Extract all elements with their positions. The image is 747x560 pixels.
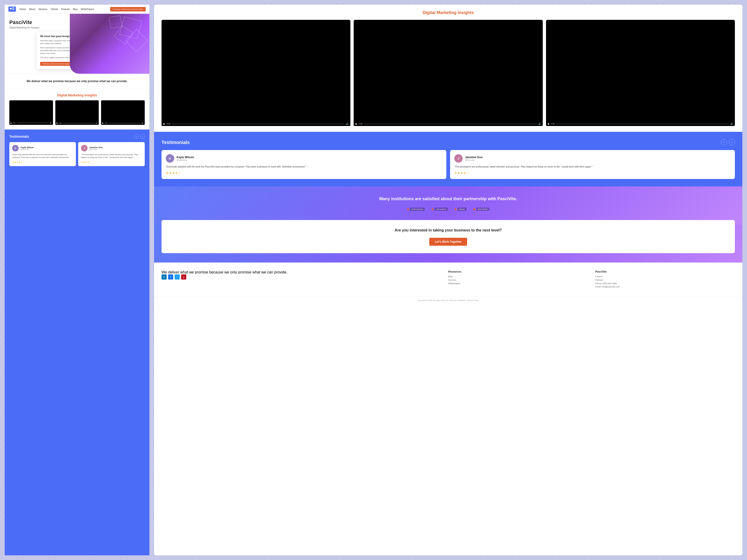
- footer-pascivite-title: PasciVite: [595, 270, 735, 273]
- time-3: 0:00: [105, 123, 107, 124]
- social-facebook[interactable]: f: [168, 274, 173, 279]
- decorative-shape-3: [109, 15, 122, 29]
- footer-bottom: PasciVite © 2020. All rights reserved. T…: [154, 296, 742, 304]
- hero-background: [70, 14, 149, 74]
- play-icon-1[interactable]: ▶: [10, 122, 12, 124]
- footer-resources-col: Resources Blog Services WhitePapers: [448, 270, 588, 289]
- social-twitter[interactable]: t: [175, 274, 180, 279]
- nav-blog[interactable]: Blog: [73, 8, 77, 10]
- testimonial-text-2-left: "The developers are professional, detail…: [81, 153, 142, 159]
- social-linkedin[interactable]: in: [161, 274, 167, 279]
- reviewer-1-left: K Kayla Wilson @kbelinsky: [12, 145, 73, 152]
- copyright-text: PasciVite © 2020. All rights reserved. T…: [418, 299, 478, 301]
- testimonial-card-1-left: K Kayla Wilson @kbelinsky "Extremely sat…: [9, 142, 76, 166]
- video-1-controls: ▶ 0:00 🔊: [9, 121, 53, 125]
- testimonials-header-right: Testimonials ‹ ›: [161, 139, 735, 145]
- footer-link-whitepapers[interactable]: WhitePapers: [448, 282, 588, 285]
- insights-title-right: Digital Marketing Insights: [161, 10, 735, 15]
- time-1: 0:00: [13, 122, 16, 124]
- progress-r3: [556, 124, 729, 124]
- volume-icon-r3[interactable]: 🔊: [730, 123, 733, 125]
- marker-2: Latin partner: [432, 208, 448, 211]
- prev-testimonial-left[interactable]: ‹: [134, 134, 139, 139]
- insights-title-left: Digital Marketing Insights: [9, 93, 145, 97]
- video-1-left[interactable]: ▶ 0:00 🔊: [9, 100, 53, 125]
- nav-home[interactable]: Home: [20, 8, 26, 10]
- avatar-jasmine-right: J: [454, 154, 463, 163]
- play-icon-2[interactable]: ▶: [56, 122, 58, 124]
- prev-testimonial-right[interactable]: ‹: [721, 139, 727, 145]
- time-r1: 0:00: [167, 123, 171, 125]
- map-heading-right: Many institutions are satisfied about th…: [161, 196, 735, 202]
- video-3-left[interactable]: ▶ 0:00 🔊: [101, 100, 145, 125]
- footer-phone: Phone: (650) 656-3094: [595, 282, 735, 285]
- reviewer-info-1-left: Kayla Wilson @kbelinsky: [21, 146, 34, 150]
- video-grid-left: ▶ 0:00 🔊 ▶ 0:00 🔊 ▶ 0:00: [9, 100, 145, 125]
- volume-icon-r2[interactable]: 🔊: [538, 123, 541, 125]
- footer-link-careers[interactable]: Careers: [595, 275, 735, 278]
- time-r2: 0:00: [359, 123, 363, 125]
- video-3-right[interactable]: ▶ 0:00 🔊: [546, 20, 735, 126]
- nav-whitepapers[interactable]: WhitePapers: [81, 8, 94, 10]
- hero-cta-button[interactable]: Schedule a Discovery Session today!: [40, 62, 72, 66]
- hero-shapes: [70, 14, 149, 74]
- video-2-left[interactable]: ▶ 0:00 🔊: [55, 100, 99, 125]
- testimonials-title-left: Testimonials: [9, 135, 29, 138]
- footer-link-services[interactable]: Services: [448, 279, 588, 281]
- promise-text: We deliver what we promise because we on…: [9, 80, 145, 83]
- footer-about-col: We deliver what we promise because we on…: [161, 270, 441, 289]
- logo[interactable]: [8, 6, 16, 12]
- footer-link-podcast[interactable]: Podcast: [595, 279, 735, 281]
- video-2-controls-right: ▶ 0:00 🔊: [354, 122, 542, 126]
- svg-rect-1: [12, 7, 15, 8]
- marker-label-2: Latin partner: [434, 208, 448, 211]
- hero-subtitle: Digital Marketing for Humans: [9, 26, 70, 29]
- testimonial-card-1-right: K Kayla Wilson @kbelinsky "Extremely sat…: [161, 150, 446, 179]
- nav-podcast[interactable]: Podcast: [61, 8, 70, 10]
- reviewer-role-1-left: @kbelinsky: [21, 149, 34, 150]
- next-testimonial-left[interactable]: ›: [140, 134, 145, 139]
- social-icons: in f t p: [161, 274, 441, 279]
- reviewer-info-2-left: Jasmine Guo @hua.yan: [89, 146, 103, 150]
- footer: We deliver what we promise because we on…: [154, 263, 742, 296]
- progress-3: [108, 123, 140, 124]
- volume-icon-3[interactable]: 🔊: [141, 122, 144, 124]
- time-2: 0:00: [59, 123, 61, 124]
- social-pinterest[interactable]: p: [181, 274, 186, 279]
- play-icon-r3[interactable]: ▶: [548, 123, 550, 125]
- cta-button-right[interactable]: Let's Work Together: [429, 238, 467, 246]
- testimonials-section-right: Testimonials ‹ › K Kayla Wilson @kbelins…: [154, 132, 742, 186]
- next-testimonial-right[interactable]: ›: [729, 139, 735, 145]
- reviewer-name-1-left: Kayla Wilson: [21, 146, 34, 149]
- marker-label-1: North America: [410, 208, 424, 211]
- svg-rect-2: [12, 9, 15, 10]
- video-2-right[interactable]: ▶ 0:00 🔊: [354, 20, 542, 126]
- reviewer-role-1-right: @kbelinsky: [177, 159, 194, 161]
- insights-section-left: Digital Marketing Insights ▶ 0:00 🔊 ▶ 0:…: [5, 88, 149, 130]
- testimonial-card-2-left: J Jasmine Guo @hua.yan "The developers a…: [78, 142, 145, 166]
- testimonial-cards-right: K Kayla Wilson @kbelinsky "Extremely sat…: [161, 150, 735, 179]
- hero-title: PasciVite: [9, 19, 70, 25]
- video-1-right[interactable]: ▶ 0:00 🔊: [161, 20, 351, 126]
- footer-link-blog[interactable]: Blog: [448, 275, 588, 278]
- nav-about[interactable]: About: [29, 8, 35, 10]
- play-icon-3[interactable]: ▶: [102, 122, 104, 124]
- volume-icon-1[interactable]: 🔊: [50, 122, 52, 124]
- nav-cta-button[interactable]: Schedule a Discovery Session today!: [110, 7, 146, 11]
- reviewer-1-right: K Kayla Wilson @kbelinsky: [166, 154, 442, 163]
- navigation: Home About Services Clients Podcast Blog…: [5, 5, 149, 14]
- play-icon-r1[interactable]: ▶: [163, 123, 165, 125]
- volume-icon-r1[interactable]: 🔊: [346, 123, 349, 125]
- avatar-jasmine-left: J: [81, 145, 87, 152]
- footer-about-text: We deliver what we promise because we on…: [161, 270, 441, 274]
- play-icon-r2[interactable]: ▶: [356, 123, 357, 125]
- stars-1-left: ★★★★☆: [12, 161, 73, 163]
- volume-icon-2[interactable]: 🔊: [96, 122, 98, 124]
- nav-clients[interactable]: Clients: [51, 8, 58, 10]
- video-1-controls-right: ▶ 0:00 🔊: [161, 122, 351, 126]
- reviewer-role-2-left: @hua.yan: [89, 149, 103, 150]
- nav-services[interactable]: Services: [38, 8, 47, 10]
- reviewer-name-2-left: Jasmine Guo: [89, 146, 103, 149]
- progress-1: [17, 123, 49, 123]
- right-panel: Digital Marketing Insights ▶ 0:00 🔊 ▶ 0:…: [154, 5, 742, 555]
